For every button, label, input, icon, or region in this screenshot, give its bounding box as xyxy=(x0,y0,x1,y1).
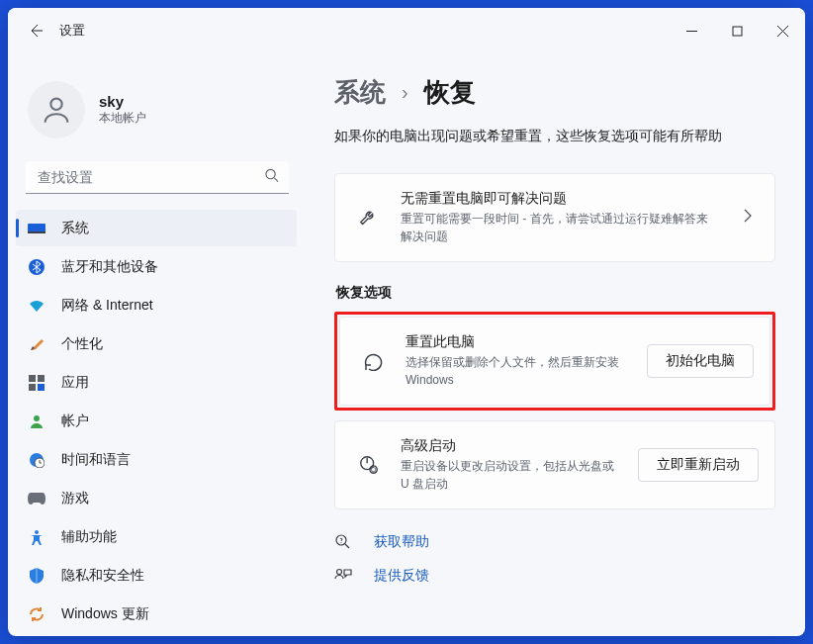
svg-rect-4 xyxy=(28,231,45,233)
power-gear-icon xyxy=(355,451,383,479)
link-label: 获取帮助 xyxy=(374,533,429,551)
page-title: 恢复 xyxy=(424,75,476,110)
sidebar-item-accessibility[interactable]: 辅助功能 xyxy=(16,518,297,555)
svg-point-1 xyxy=(50,99,61,110)
svg-rect-7 xyxy=(38,375,45,382)
sidebar-item-privacy[interactable]: 隐私和安全性 xyxy=(16,557,297,594)
sidebar-item-accounts[interactable]: 帐户 xyxy=(16,403,297,439)
card-title: 重置此电脑 xyxy=(406,333,629,351)
sidebar-item-gaming[interactable]: 游戏 xyxy=(16,480,297,516)
link-label: 提供反馈 xyxy=(374,567,429,585)
restart-now-button[interactable]: 立即重新启动 xyxy=(638,448,759,482)
card-text: 无需重置电脑即可解决问题 重置可能需要一段时间 - 首先，请尝试通过运行疑难解答… xyxy=(401,190,719,245)
card-troubleshoot[interactable]: 无需重置电脑即可解决问题 重置可能需要一段时间 - 首先，请尝试通过运行疑难解答… xyxy=(334,173,775,262)
display-icon xyxy=(28,220,45,237)
maximize-icon xyxy=(732,26,743,37)
svg-rect-9 xyxy=(38,384,45,391)
svg-rect-6 xyxy=(29,375,36,382)
profile-text: sky 本地帐户 xyxy=(99,93,146,127)
link-feedback[interactable]: 提供反馈 xyxy=(334,567,775,585)
footer-links: 获取帮助 提供反馈 xyxy=(334,533,775,585)
sidebar-item-label: 帐户 xyxy=(61,413,89,430)
card-advanced-startup: 高级启动 重启设备以更改启动设置，包括从光盘或 U 盘启动 立即重新启动 xyxy=(334,420,775,509)
wifi-icon xyxy=(28,297,45,315)
card-title: 无需重置电脑即可解决问题 xyxy=(401,190,719,208)
wrench-icon xyxy=(355,204,383,231)
close-button[interactable] xyxy=(760,11,805,50)
svg-point-14 xyxy=(35,530,39,534)
back-button[interactable] xyxy=(16,11,55,50)
main-panel: 系统 › 恢复 如果你的电脑出现问题或希望重置，这些恢复选项可能有所帮助 无需重… xyxy=(305,53,805,636)
card-desc: 选择保留或删除个人文件，然后重新安装 Windows xyxy=(406,353,629,389)
search-box xyxy=(26,160,289,194)
app-title: 设置 xyxy=(59,22,85,40)
card-title: 高级启动 xyxy=(401,437,620,455)
sidebar-item-system[interactable]: 系统 xyxy=(16,210,297,246)
svg-rect-0 xyxy=(733,27,742,36)
update-icon xyxy=(28,605,45,623)
sidebar-item-network[interactable]: 网络 & Internet xyxy=(16,287,297,323)
breadcrumb-parent[interactable]: 系统 xyxy=(334,75,386,110)
help-icon xyxy=(334,533,352,551)
card-desc: 重启设备以更改启动设置，包括从光盘或 U 盘启动 xyxy=(401,457,620,493)
gamepad-icon xyxy=(28,490,45,507)
person-small-icon xyxy=(28,413,45,430)
svg-rect-8 xyxy=(29,384,36,391)
feedback-icon xyxy=(334,567,352,585)
sidebar-item-time-language[interactable]: 时间和语言 xyxy=(16,441,297,478)
shield-icon xyxy=(28,567,45,585)
sidebar-item-windows-update[interactable]: Windows 更新 xyxy=(16,596,297,632)
sidebar-item-label: 游戏 xyxy=(61,490,89,507)
svg-point-18 xyxy=(341,542,342,543)
chevron-right-icon: › xyxy=(402,81,408,104)
search-icon xyxy=(264,168,279,187)
svg-point-19 xyxy=(337,570,342,575)
profile-subtitle: 本地帐户 xyxy=(99,110,146,127)
sidebar-item-bluetooth[interactable]: 蓝牙和其他设备 xyxy=(16,248,297,285)
sidebar-item-label: 时间和语言 xyxy=(61,451,131,469)
apps-icon xyxy=(28,374,45,392)
reset-pc-button[interactable]: 初始化电脑 xyxy=(647,344,754,378)
accessibility-icon xyxy=(28,528,45,546)
content-area: sky 本地帐户 系统 蓝牙和其他设备 xyxy=(8,53,805,636)
sidebar-item-label: 隐私和安全性 xyxy=(61,567,144,585)
page-subtitle: 如果你的电脑出现问题或希望重置，这些恢复选项可能有所帮助 xyxy=(334,128,775,145)
minimize-button[interactable] xyxy=(669,11,714,50)
svg-point-10 xyxy=(34,415,40,421)
sidebar-item-label: 蓝牙和其他设备 xyxy=(61,258,158,276)
link-get-help[interactable]: 获取帮助 xyxy=(334,533,775,551)
person-icon xyxy=(40,93,73,127)
sidebar-item-apps[interactable]: 应用 xyxy=(16,364,297,401)
close-icon xyxy=(777,26,788,37)
bluetooth-icon xyxy=(28,258,45,276)
globe-clock-icon xyxy=(28,451,45,469)
section-label-recovery: 恢复选项 xyxy=(336,284,775,302)
card-text: 重置此电脑 选择保留或删除个人文件，然后重新安装 Windows xyxy=(406,333,629,389)
card-desc: 重置可能需要一段时间 - 首先，请尝试通过运行疑难解答来解决问题 xyxy=(401,210,719,245)
minimize-icon xyxy=(686,26,697,37)
search-input[interactable] xyxy=(26,160,289,194)
profile-section[interactable]: sky 本地帐户 xyxy=(8,57,305,160)
breadcrumb: 系统 › 恢复 xyxy=(334,75,775,110)
nav-list: 系统 蓝牙和其他设备 网络 & Internet 个性化 应用 xyxy=(8,206,305,636)
highlight-box: 重置此电脑 选择保留或删除个人文件，然后重新安装 Windows 初始化电脑 xyxy=(334,312,775,411)
maximize-button[interactable] xyxy=(714,11,760,50)
arrow-left-icon xyxy=(28,23,44,39)
sidebar: sky 本地帐户 系统 蓝牙和其他设备 xyxy=(8,53,305,636)
sidebar-item-label: 网络 & Internet xyxy=(61,297,153,315)
card-text: 高级启动 重启设备以更改启动设置，包括从光盘或 U 盘启动 xyxy=(401,437,620,493)
sidebar-item-label: 系统 xyxy=(61,220,89,237)
window-controls xyxy=(669,11,805,50)
profile-name: sky xyxy=(99,93,146,110)
sidebar-item-personalization[interactable]: 个性化 xyxy=(16,325,297,362)
titlebar: 设置 xyxy=(8,8,805,53)
brush-icon xyxy=(28,335,45,353)
chevron-right-icon xyxy=(737,209,759,227)
reset-icon xyxy=(360,347,388,375)
avatar xyxy=(28,81,85,138)
svg-point-2 xyxy=(266,169,275,178)
sidebar-item-label: 应用 xyxy=(61,374,89,392)
settings-window: 设置 sky 本地帐户 xyxy=(8,8,805,636)
card-reset-pc: 重置此电脑 选择保留或删除个人文件，然后重新安装 Windows 初始化电脑 xyxy=(339,317,770,406)
sidebar-item-label: Windows 更新 xyxy=(61,605,149,623)
